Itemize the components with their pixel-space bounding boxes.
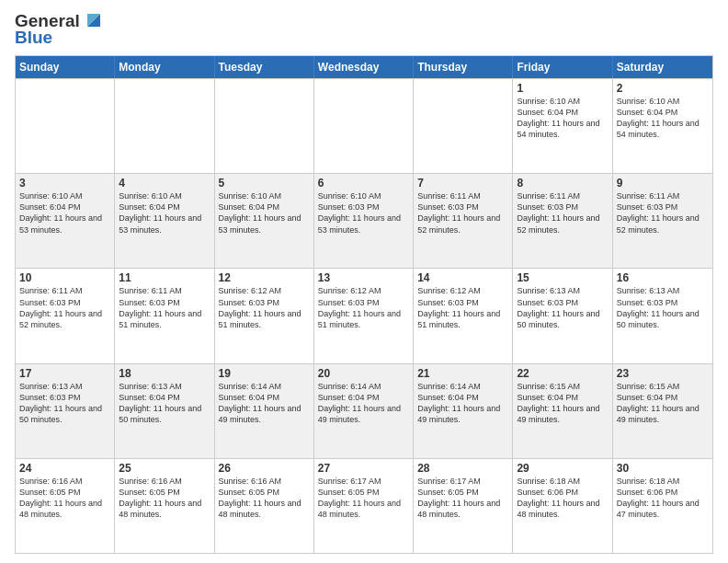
cal-cell-19: 19Sunrise: 6:14 AM Sunset: 6:04 PM Dayli… [215, 364, 314, 458]
cal-cell-21: 21Sunrise: 6:14 AM Sunset: 6:04 PM Dayli… [414, 364, 513, 458]
day-number: 18 [119, 367, 210, 380]
day-number: 20 [318, 367, 409, 380]
cal-cell-5: 5Sunrise: 6:10 AM Sunset: 6:04 PM Daylig… [215, 174, 314, 268]
calendar: SundayMondayTuesdayWednesdayThursdayFrid… [15, 55, 713, 554]
day-number: 24 [19, 462, 110, 475]
day-number: 16 [617, 271, 709, 284]
day-number: 6 [318, 177, 409, 190]
day-number: 28 [417, 462, 508, 475]
cal-cell-17: 17Sunrise: 6:13 AM Sunset: 6:03 PM Dayli… [16, 364, 115, 458]
cell-content: Sunrise: 6:14 AM Sunset: 6:04 PM Dayligh… [417, 381, 508, 426]
cal-cell-9: 9Sunrise: 6:11 AM Sunset: 6:03 PM Daylig… [613, 174, 712, 268]
cal-cell-1: 1Sunrise: 6:10 AM Sunset: 6:04 PM Daylig… [513, 79, 612, 173]
cell-content: Sunrise: 6:16 AM Sunset: 6:05 PM Dayligh… [219, 476, 310, 521]
cal-cell-2: 2Sunrise: 6:10 AM Sunset: 6:04 PM Daylig… [613, 79, 712, 173]
header: General Blue [15, 11, 713, 48]
cal-cell-22: 22Sunrise: 6:15 AM Sunset: 6:04 PM Dayli… [513, 364, 612, 458]
cal-cell-26: 26Sunrise: 6:16 AM Sunset: 6:05 PM Dayli… [215, 459, 314, 553]
cell-content: Sunrise: 6:11 AM Sunset: 6:03 PM Dayligh… [417, 190, 508, 236]
day-number: 19 [219, 367, 310, 380]
cal-cell-4: 4Sunrise: 6:10 AM Sunset: 6:04 PM Daylig… [115, 174, 214, 268]
day-number: 3 [19, 177, 110, 190]
header-cell-sunday: Sunday [16, 56, 115, 78]
day-number: 22 [517, 367, 608, 380]
cal-cell-30: 30Sunrise: 6:18 AM Sunset: 6:06 PM Dayli… [613, 459, 712, 553]
cell-content: Sunrise: 6:16 AM Sunset: 6:05 PM Dayligh… [119, 476, 210, 521]
cal-cell-14: 14Sunrise: 6:12 AM Sunset: 6:03 PM Dayli… [414, 269, 513, 362]
cal-cell-27: 27Sunrise: 6:17 AM Sunset: 6:05 PM Dayli… [314, 459, 414, 553]
logo-blue: Blue [15, 28, 52, 48]
header-cell-monday: Monday [115, 56, 214, 78]
day-number: 2 [617, 82, 709, 95]
header-cell-wednesday: Wednesday [314, 56, 414, 78]
cell-content: Sunrise: 6:14 AM Sunset: 6:04 PM Dayligh… [318, 381, 409, 426]
cell-content: Sunrise: 6:11 AM Sunset: 6:03 PM Dayligh… [19, 285, 110, 330]
calendar-body: 1Sunrise: 6:10 AM Sunset: 6:04 PM Daylig… [16, 78, 712, 553]
calendar-week-4: 17Sunrise: 6:13 AM Sunset: 6:03 PM Dayli… [16, 363, 712, 458]
day-number: 14 [417, 271, 508, 284]
cal-cell-20: 20Sunrise: 6:14 AM Sunset: 6:04 PM Dayli… [314, 364, 414, 458]
cal-cell-12: 12Sunrise: 6:12 AM Sunset: 6:03 PM Dayli… [215, 269, 314, 362]
cal-cell-11: 11Sunrise: 6:11 AM Sunset: 6:03 PM Dayli… [115, 269, 214, 362]
calendar-week-3: 10Sunrise: 6:11 AM Sunset: 6:03 PM Dayli… [16, 268, 712, 362]
day-number: 15 [517, 271, 608, 284]
cell-content: Sunrise: 6:13 AM Sunset: 6:03 PM Dayligh… [617, 285, 709, 330]
cell-content: Sunrise: 6:13 AM Sunset: 6:04 PM Dayligh… [119, 381, 210, 426]
day-number: 10 [19, 271, 110, 284]
cell-content: Sunrise: 6:11 AM Sunset: 6:03 PM Dayligh… [517, 190, 608, 236]
cell-content: Sunrise: 6:10 AM Sunset: 6:04 PM Dayligh… [119, 190, 210, 236]
cal-cell-25: 25Sunrise: 6:16 AM Sunset: 6:05 PM Dayli… [115, 459, 214, 553]
cell-content: Sunrise: 6:15 AM Sunset: 6:04 PM Dayligh… [517, 381, 608, 426]
cell-content: Sunrise: 6:13 AM Sunset: 6:03 PM Dayligh… [517, 285, 608, 330]
header-cell-saturday: Saturday [613, 56, 712, 78]
cal-cell-empty-0-4 [414, 79, 513, 173]
cell-content: Sunrise: 6:17 AM Sunset: 6:05 PM Dayligh… [417, 476, 508, 521]
day-number: 5 [219, 177, 310, 190]
calendar-week-1: 1Sunrise: 6:10 AM Sunset: 6:04 PM Daylig… [16, 78, 712, 173]
day-number: 4 [119, 177, 210, 190]
day-number: 17 [19, 367, 110, 380]
cal-cell-23: 23Sunrise: 6:15 AM Sunset: 6:04 PM Dayli… [613, 364, 712, 458]
day-number: 26 [219, 462, 310, 475]
day-number: 25 [119, 462, 210, 475]
cal-cell-empty-0-2 [215, 79, 314, 173]
cell-content: Sunrise: 6:12 AM Sunset: 6:03 PM Dayligh… [417, 285, 508, 330]
cell-content: Sunrise: 6:10 AM Sunset: 6:04 PM Dayligh… [617, 96, 709, 141]
cal-cell-10: 10Sunrise: 6:11 AM Sunset: 6:03 PM Dayli… [16, 269, 115, 362]
day-number: 11 [119, 271, 210, 284]
day-number: 23 [617, 367, 709, 380]
day-number: 1 [517, 82, 608, 95]
header-cell-friday: Friday [513, 56, 612, 78]
cell-content: Sunrise: 6:16 AM Sunset: 6:05 PM Dayligh… [19, 476, 110, 521]
cal-cell-3: 3Sunrise: 6:10 AM Sunset: 6:04 PM Daylig… [16, 174, 115, 268]
cal-cell-empty-0-1 [115, 79, 214, 173]
header-cell-tuesday: Tuesday [215, 56, 314, 78]
cal-cell-empty-0-0 [16, 79, 115, 173]
cell-content: Sunrise: 6:10 AM Sunset: 6:04 PM Dayligh… [19, 190, 110, 236]
cell-content: Sunrise: 6:12 AM Sunset: 6:03 PM Dayligh… [318, 285, 409, 330]
cal-cell-29: 29Sunrise: 6:18 AM Sunset: 6:06 PM Dayli… [513, 459, 612, 553]
calendar-header-row: SundayMondayTuesdayWednesdayThursdayFrid… [16, 56, 712, 78]
cell-content: Sunrise: 6:15 AM Sunset: 6:04 PM Dayligh… [617, 381, 709, 426]
page: General Blue SundayMondayTuesdayWednesda… [0, 0, 728, 563]
cell-content: Sunrise: 6:11 AM Sunset: 6:03 PM Dayligh… [617, 190, 709, 236]
logo: General Blue [15, 11, 104, 48]
day-number: 21 [417, 367, 508, 380]
cal-cell-18: 18Sunrise: 6:13 AM Sunset: 6:04 PM Dayli… [115, 364, 214, 458]
logo-triangle-icon [84, 10, 104, 30]
cell-content: Sunrise: 6:13 AM Sunset: 6:03 PM Dayligh… [19, 381, 110, 426]
header-cell-thursday: Thursday [414, 56, 513, 78]
cal-cell-6: 6Sunrise: 6:10 AM Sunset: 6:03 PM Daylig… [314, 174, 414, 268]
cell-content: Sunrise: 6:12 AM Sunset: 6:03 PM Dayligh… [219, 285, 310, 330]
cal-cell-empty-0-3 [314, 79, 414, 173]
day-number: 8 [517, 177, 608, 190]
cell-content: Sunrise: 6:10 AM Sunset: 6:04 PM Dayligh… [517, 96, 608, 141]
cell-content: Sunrise: 6:17 AM Sunset: 6:05 PM Dayligh… [318, 476, 409, 521]
day-number: 13 [318, 271, 409, 284]
cell-content: Sunrise: 6:10 AM Sunset: 6:03 PM Dayligh… [318, 190, 409, 236]
day-number: 7 [417, 177, 508, 190]
day-number: 27 [318, 462, 409, 475]
cal-cell-28: 28Sunrise: 6:17 AM Sunset: 6:05 PM Dayli… [414, 459, 513, 553]
cell-content: Sunrise: 6:14 AM Sunset: 6:04 PM Dayligh… [219, 381, 310, 426]
cal-cell-16: 16Sunrise: 6:13 AM Sunset: 6:03 PM Dayli… [613, 269, 712, 362]
